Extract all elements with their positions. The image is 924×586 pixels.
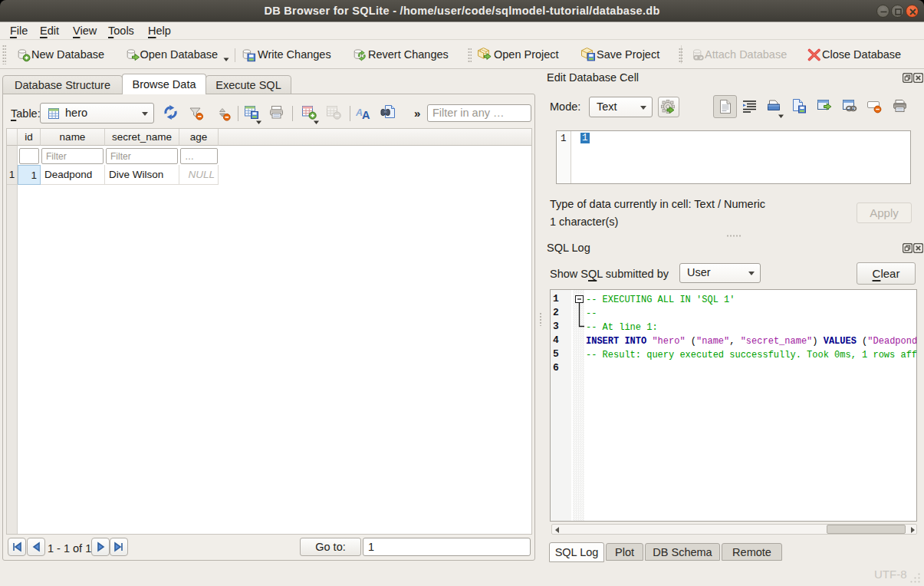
svg-text:A: A	[362, 109, 370, 120]
